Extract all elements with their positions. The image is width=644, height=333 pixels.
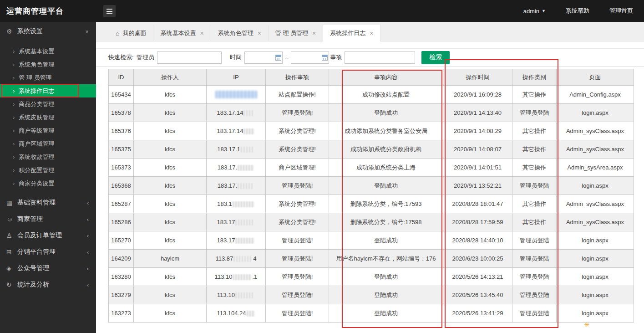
calendar-icon[interactable] [322, 55, 328, 61]
sidebar-subitem[interactable]: ›商户等级管理 [0, 124, 96, 137]
sidebar-subitem[interactable]: ›系统基本设置 [0, 45, 96, 58]
cell-page: login.aspx [557, 304, 634, 323]
chevron-right-icon: › [13, 180, 15, 187]
sidebar-subitem[interactable]: ›商家分类设置 [0, 177, 96, 190]
ip-privacy-mask [215, 91, 257, 98]
item-search-input[interactable] [345, 51, 415, 64]
sidebar-subitem[interactable]: ›系统皮肤管理 [0, 111, 96, 124]
cell-content: 登陆成功 [329, 231, 443, 250]
admin-search-input[interactable] [157, 51, 222, 64]
ip-text: 4 [253, 255, 256, 262]
cell-time: 2020/9/1 14:13:40 [443, 104, 512, 122]
calendar-icon[interactable] [275, 55, 281, 61]
sidebar-section[interactable]: ▦基础资料管理‹ [0, 195, 96, 211]
system-help-link[interactable]: 系统帮助 [566, 7, 589, 15]
quick-search-label: 快速检索: [108, 53, 134, 61]
grid-icon: ▦ [6, 199, 17, 206]
cell-page: login.aspx [557, 268, 634, 286]
table-row: 165287kfcs183.1系统分类管理!删除系统分类，编号:17593202… [109, 195, 634, 213]
cell-id: 165286 [109, 213, 134, 231]
cell-id: 165287 [109, 195, 134, 213]
chevron-right-icon: › [13, 74, 15, 81]
cell-time: 2020/9/1 16:09:28 [443, 86, 512, 104]
cell-event: 系统分类管理! [266, 140, 329, 159]
column-header: 操作事项 [266, 69, 329, 86]
cell-ip: 113.874 [207, 250, 266, 268]
cell-operator: kfcs [134, 140, 207, 159]
app-title: 运营商管理平台 [0, 6, 96, 16]
admin-home-link[interactable]: 管理首页 [609, 7, 633, 15]
close-icon[interactable]: × [258, 30, 261, 37]
hamburger-menu-button[interactable] [103, 5, 116, 17]
ip-text: 113.10 [217, 292, 235, 298]
ip-privacy-mask [233, 256, 253, 262]
tab-item[interactable]: ⌂我的桌面 [109, 25, 153, 41]
user-menu[interactable]: admin ▼ [523, 8, 546, 15]
cell-operator: kfcs [134, 213, 207, 231]
admin-field-label: 管理员 [137, 53, 154, 61]
cell-event: 管理员登陆! [266, 268, 329, 286]
sidebar-subitem[interactable]: ›系统角色管理 [0, 58, 96, 71]
sidebar-subitem[interactable]: ›商品分类管理 [0, 97, 96, 111]
public-account-icon: ◈ [6, 265, 17, 272]
sidebar-section-label: 公众号管理 [17, 264, 87, 272]
table-row: 165378kfcs183.17.14管理员登陆!登陆成功2020/9/1 14… [109, 104, 634, 122]
cell-ip: 183.17.14 [207, 122, 266, 140]
tabbar: ⌂我的桌面系统基本设置×系统角色管理×管 理 员管理×系统操作日志× [96, 22, 644, 41]
cell-page: Admin_Config.aspx [557, 86, 634, 104]
sidebar-section[interactable]: ◈公众号管理‹ [0, 260, 96, 277]
sidebar-section[interactable]: ↻统计及分析‹ [0, 277, 96, 293]
cell-id: 165373 [109, 159, 134, 177]
cell-page: Admin_sysClass.aspx [557, 213, 634, 231]
cell-page: login.aspx [557, 104, 634, 122]
column-header: ID [109, 69, 134, 86]
sidebar-section[interactable]: ☺商家管理‹ [0, 211, 96, 227]
sidebar-subitem-label: 系统收款管理 [19, 153, 54, 161]
sidebar-section[interactable]: ♙会员及订单管理‹ [0, 227, 96, 244]
chevron-down-icon: ∨ [85, 29, 89, 35]
tab-active[interactable]: 系统操作日志× [323, 25, 380, 41]
tab-item[interactable]: 系统基本设置× [153, 25, 211, 41]
cell-time: 2020/9/1 13:52:21 [443, 177, 512, 195]
column-header: 事项内容 [329, 69, 443, 86]
sidebar-subitem[interactable]: ›系统收款管理 [0, 150, 96, 164]
ip-text: 183.17. [218, 182, 237, 189]
chevron-right-icon: › [13, 154, 15, 160]
home-icon: ⌂ [116, 30, 119, 37]
tab-item[interactable]: 管 理 员管理× [269, 25, 323, 41]
table-row: 163280kfcs113.10.1管理员登陆!登陆成功2020/5/26 14… [109, 268, 634, 286]
close-icon[interactable]: × [312, 30, 316, 37]
gear-icon: ⚙ [6, 28, 17, 35]
chevron-left-icon: ‹ [87, 265, 89, 272]
username: admin [523, 8, 539, 15]
close-icon[interactable]: × [370, 30, 373, 37]
close-icon[interactable]: × [200, 30, 203, 37]
cell-operator: kfcs [134, 177, 207, 195]
tab-item[interactable]: 系统角色管理× [211, 25, 269, 41]
caret-down-icon: ▼ [542, 9, 546, 13]
hamburger-icon [106, 9, 112, 14]
table-row: 165434kfcs站点配置操作!成功修改站点配置2020/9/1 16:09:… [109, 86, 634, 104]
cell-content: 删除系统分类，编号:17593 [329, 195, 443, 213]
search-button[interactable]: 检索 [421, 51, 450, 64]
cell-id: 165376 [109, 122, 134, 140]
cell-ip: 183.17.14 [207, 104, 266, 122]
cell-operator: kfcs [134, 104, 207, 122]
cell-page: Admin_sysClass.aspx [557, 195, 634, 213]
cell-operator: kfcs [134, 159, 207, 177]
chevron-right-icon: › [13, 87, 15, 94]
sidebar-subitem[interactable]: ›系统操作日志 [0, 84, 96, 97]
sidebar-subitem[interactable]: ›积分配置管理 [0, 164, 96, 177]
chevron-right-icon: › [13, 140, 15, 147]
sidebar-section-label: 基础资料管理 [17, 199, 87, 207]
sidebar-subitem[interactable]: ›商户区域管理 [0, 137, 96, 150]
ip-text: 183.17 [217, 237, 235, 244]
cell-category: 管理员登陆 [512, 231, 557, 250]
sidebar-subitem[interactable]: ›管 理 员管理 [0, 71, 96, 84]
sidebar-section-system-settings[interactable]: ⚙ 系统设置 ∨ [0, 22, 96, 41]
range-separator: -- [285, 54, 289, 61]
cell-id: 165270 [109, 231, 134, 250]
table-row: 165373kfcs183.17.商户区域管理!成功添加系统分类上海2020/9… [109, 159, 634, 177]
table-row: 165376kfcs183.17.14系统分类管理!成功添加系统分类警务室公安局… [109, 122, 634, 140]
sidebar-section[interactable]: ⊞分销平台管理‹ [0, 244, 96, 260]
